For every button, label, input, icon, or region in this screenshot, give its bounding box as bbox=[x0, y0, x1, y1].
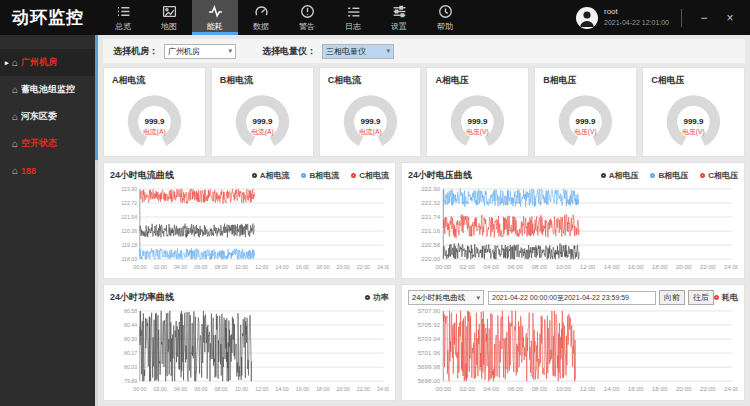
svg-text:12:00: 12:00 bbox=[580, 263, 596, 270]
legend-ring-icon bbox=[301, 173, 306, 178]
sidebar-item-label: 188 bbox=[21, 166, 36, 176]
legend-item[interactable]: B相电流 bbox=[301, 170, 339, 181]
chart-header: 24小时电压曲线A相电压B相电压C相电压 bbox=[408, 167, 738, 184]
forward-button[interactable]: 往后 bbox=[688, 290, 714, 305]
nav-item-list[interactable]: 总览 bbox=[100, 0, 146, 35]
svg-text:16:00: 16:00 bbox=[296, 264, 309, 270]
log-icon bbox=[346, 4, 361, 19]
nav-item-wave[interactable]: 能耗 bbox=[192, 0, 238, 35]
svg-text:222.32: 222.32 bbox=[421, 199, 441, 206]
svg-text:14:00: 14:00 bbox=[276, 386, 289, 392]
svg-text:24:00: 24:00 bbox=[724, 385, 738, 392]
gauge-card-3: C相电流999.9电流(A) bbox=[319, 67, 422, 157]
wave-icon bbox=[208, 4, 223, 19]
legend-ring-icon bbox=[351, 173, 356, 178]
backward-button[interactable]: 向前 bbox=[659, 290, 685, 305]
nav-item-map[interactable]: 地图 bbox=[146, 0, 192, 35]
nav-label: 能耗 bbox=[207, 21, 223, 32]
svg-text:221.74: 221.74 bbox=[421, 213, 441, 220]
legend-item[interactable]: C相电流 bbox=[351, 170, 389, 181]
svg-text:16:00: 16:00 bbox=[628, 385, 644, 392]
chart-canvas: 80.5880.4480.3080.1780.0379.8900:0002:00… bbox=[110, 306, 389, 398]
nav-item-alert[interactable]: 警告 bbox=[284, 0, 330, 35]
close-button[interactable]: × bbox=[720, 11, 740, 25]
svg-text:22:00: 22:00 bbox=[357, 264, 370, 270]
help-icon bbox=[438, 4, 453, 19]
svg-text:24:00: 24:00 bbox=[377, 386, 389, 392]
svg-text:10:00: 10:00 bbox=[556, 385, 572, 392]
gauge-title: A相电压 bbox=[427, 68, 528, 87]
sidebar-item-label: 广州机房 bbox=[21, 56, 57, 69]
svg-text:22:00: 22:00 bbox=[700, 385, 716, 392]
legend-item[interactable]: B相电压 bbox=[650, 170, 688, 181]
svg-text:02:00: 02:00 bbox=[154, 386, 167, 392]
gauge-title: A相电流 bbox=[104, 68, 205, 87]
svg-text:123.90: 123.90 bbox=[121, 186, 137, 192]
chart-panel-1: 24小时电流曲线A相电流B相电流C相电流123.90122.72121.5412… bbox=[103, 162, 396, 279]
legend-item[interactable]: C相电压 bbox=[700, 170, 738, 181]
svg-text:120.36: 120.36 bbox=[121, 228, 137, 234]
svg-text:20:00: 20:00 bbox=[676, 263, 692, 270]
chart-legend: 功率 bbox=[365, 292, 389, 303]
room-select[interactable]: 广州机房 ▾ bbox=[164, 44, 236, 59]
meter-select-value: 三相电量仪 bbox=[326, 46, 366, 57]
caret-icon: ▸ bbox=[5, 59, 12, 67]
app-title: 动环监控 bbox=[0, 0, 100, 35]
legend-label: 耗电 bbox=[722, 292, 738, 303]
svg-text:00:00: 00:00 bbox=[133, 386, 146, 392]
nav-item-gauge[interactable]: 数据 bbox=[238, 0, 284, 35]
person-icon bbox=[576, 7, 598, 29]
gauge-arc: 999.9电压(V) bbox=[427, 87, 528, 149]
nav-label: 设置 bbox=[391, 21, 407, 32]
legend-item[interactable]: A相电压 bbox=[601, 170, 639, 181]
svg-text:5701.96: 5701.96 bbox=[418, 349, 441, 356]
sidebar-item-label: 河东区委 bbox=[21, 110, 57, 123]
legend-item[interactable]: 功率 bbox=[365, 292, 389, 303]
svg-text:06:00: 06:00 bbox=[194, 386, 207, 392]
gauge-value: 999.9 bbox=[252, 117, 272, 126]
nav-item-sliders[interactable]: 设置 bbox=[376, 0, 422, 35]
legend-ring-icon bbox=[700, 173, 705, 178]
legend-item[interactable]: 耗电 bbox=[714, 292, 738, 303]
chart-header: 24小时功率曲线功率 bbox=[110, 289, 389, 306]
date-range-input[interactable] bbox=[488, 291, 656, 305]
legend-item[interactable]: A相电流 bbox=[252, 170, 290, 181]
chart-panel-3: 24小时功率曲线功率80.5880.4480.3080.1780.0379.89… bbox=[103, 284, 396, 401]
nav-item-log[interactable]: 日志 bbox=[330, 0, 376, 35]
sidebar-item-4[interactable]: ⌂空开状态 bbox=[0, 130, 95, 157]
content-scrollbar[interactable] bbox=[95, 35, 98, 406]
datetime: 2021-04-22 12:01:00 bbox=[604, 18, 669, 27]
curve-type-select[interactable]: 24小时耗电曲线▾ bbox=[408, 290, 484, 305]
gauge-title: C相电压 bbox=[643, 68, 744, 87]
gauge-card-6: C相电压999.9电压(V) bbox=[642, 67, 745, 157]
nav-label: 地图 bbox=[161, 21, 177, 32]
svg-text:5703.94: 5703.94 bbox=[418, 335, 441, 342]
nav-item-help[interactable]: 帮助 bbox=[422, 0, 468, 35]
user-meta: root 2021-04-22 12:01:00 bbox=[604, 7, 669, 27]
room-select-label: 选择机房： bbox=[113, 45, 158, 58]
svg-text:12:00: 12:00 bbox=[255, 264, 268, 270]
sidebar-item-2[interactable]: ⌂蓄电池组监控 bbox=[0, 76, 95, 103]
user-avatar[interactable] bbox=[576, 7, 598, 29]
legend-label: A相电流 bbox=[260, 170, 290, 181]
svg-text:20:00: 20:00 bbox=[337, 264, 350, 270]
svg-text:14:00: 14:00 bbox=[604, 263, 620, 270]
gauge-value: 999.9 bbox=[468, 117, 488, 126]
meter-select[interactable]: 三相电量仪 ▾ bbox=[322, 44, 394, 59]
svg-text:14:00: 14:00 bbox=[604, 385, 620, 392]
gauge-unit: 电流(A) bbox=[143, 128, 166, 136]
svg-text:122.72: 122.72 bbox=[121, 200, 137, 206]
gauge-title: B相电压 bbox=[535, 68, 636, 87]
svg-text:18:00: 18:00 bbox=[316, 264, 329, 270]
sidebar-item-1[interactable]: ▸⌂广州机房 bbox=[0, 49, 95, 76]
sidebar-item-3[interactable]: ⌂河东区委 bbox=[0, 103, 95, 130]
svg-text:18:00: 18:00 bbox=[652, 263, 668, 270]
chart-panel-2: 24小时电压曲线A相电压B相电压C相电压222.90222.32221.7422… bbox=[401, 162, 745, 279]
svg-text:06:00: 06:00 bbox=[508, 263, 524, 270]
svg-text:02:00: 02:00 bbox=[460, 263, 476, 270]
sidebar-item-5[interactable]: ⌂188 bbox=[0, 157, 95, 184]
svg-text:222.90: 222.90 bbox=[421, 185, 441, 192]
gauge-card-5: B相电压999.9电压(V) bbox=[534, 67, 637, 157]
minimize-button[interactable]: − bbox=[694, 11, 714, 25]
scrollbar-thumb[interactable] bbox=[95, 35, 98, 160]
